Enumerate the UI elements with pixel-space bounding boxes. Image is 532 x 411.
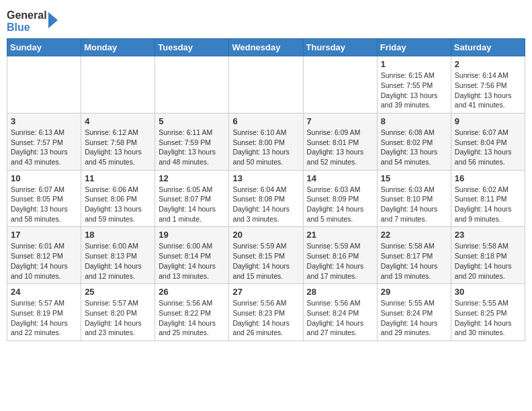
day-info: Sunrise: 6:08 AM Sunset: 8:02 PM Dayligh… [381, 128, 447, 167]
day-info: Sunrise: 5:58 AM Sunset: 8:17 PM Dayligh… [381, 241, 447, 281]
day-info: Sunrise: 5:56 AM Sunset: 8:22 PM Dayligh… [159, 298, 225, 338]
day-info: Sunrise: 6:09 AM Sunset: 8:01 PM Dayligh… [307, 128, 373, 167]
calendar-cell: 12Sunrise: 6:05 AM Sunset: 8:07 PM Dayli… [155, 170, 229, 227]
day-number: 1 [381, 59, 447, 69]
calendar-cell: 2Sunrise: 6:14 AM Sunset: 7:56 PM Daylig… [451, 56, 525, 113]
calendar-cell: 30Sunrise: 5:55 AM Sunset: 8:25 PM Dayli… [451, 284, 525, 341]
weekday-header-wednesday: Wednesday [229, 39, 303, 56]
calendar-cell: 22Sunrise: 5:58 AM Sunset: 8:17 PM Dayli… [377, 227, 451, 284]
calendar-cell [81, 56, 155, 113]
calendar-cell: 9Sunrise: 6:07 AM Sunset: 8:04 PM Daylig… [451, 113, 525, 170]
day-number: 24 [11, 287, 77, 297]
day-number: 30 [455, 287, 521, 297]
calendar-week-row: 24Sunrise: 5:57 AM Sunset: 8:19 PM Dayli… [7, 284, 525, 341]
day-number: 9 [455, 116, 521, 126]
day-info: Sunrise: 6:02 AM Sunset: 8:11 PM Dayligh… [455, 185, 521, 224]
day-number: 4 [85, 116, 151, 126]
calendar-cell: 29Sunrise: 5:55 AM Sunset: 8:24 PM Dayli… [377, 284, 451, 341]
calendar-cell: 7Sunrise: 6:09 AM Sunset: 8:01 PM Daylig… [303, 113, 377, 170]
calendar-cell: 26Sunrise: 5:56 AM Sunset: 8:22 PM Dayli… [155, 284, 229, 341]
weekday-header-friday: Friday [377, 39, 451, 56]
day-number: 20 [232, 230, 299, 240]
day-info: Sunrise: 5:59 AM Sunset: 8:16 PM Dayligh… [307, 241, 373, 281]
day-info: Sunrise: 6:13 AM Sunset: 7:57 PM Dayligh… [11, 128, 77, 167]
day-info: Sunrise: 6:03 AM Sunset: 8:09 PM Dayligh… [307, 185, 373, 224]
page-header: General Blue [7, 7, 525, 33]
day-info: Sunrise: 5:56 AM Sunset: 8:24 PM Dayligh… [307, 298, 373, 338]
weekday-header-tuesday: Tuesday [155, 39, 229, 56]
calendar-week-row: 10Sunrise: 6:07 AM Sunset: 8:05 PM Dayli… [7, 170, 525, 227]
day-number: 12 [159, 173, 225, 183]
day-info: Sunrise: 6:03 AM Sunset: 8:10 PM Dayligh… [381, 185, 447, 224]
calendar-week-row: 3Sunrise: 6:13 AM Sunset: 7:57 PM Daylig… [7, 113, 525, 170]
day-number: 7 [307, 116, 373, 126]
calendar-cell: 21Sunrise: 5:59 AM Sunset: 8:16 PM Dayli… [303, 227, 377, 284]
calendar-cell: 28Sunrise: 5:56 AM Sunset: 8:24 PM Dayli… [303, 284, 377, 341]
logo-text-wrap: General Blue [7, 9, 47, 33]
logo-lines: General Blue [7, 9, 58, 33]
day-info: Sunrise: 6:12 AM Sunset: 7:58 PM Dayligh… [85, 128, 151, 167]
calendar-cell: 25Sunrise: 5:57 AM Sunset: 8:20 PM Dayli… [81, 284, 155, 341]
day-number: 25 [85, 287, 151, 297]
day-number: 6 [232, 116, 299, 126]
day-info: Sunrise: 6:14 AM Sunset: 7:56 PM Dayligh… [455, 71, 521, 110]
day-number: 10 [11, 173, 77, 183]
calendar-cell: 27Sunrise: 5:56 AM Sunset: 8:23 PM Dayli… [229, 284, 303, 341]
day-number: 16 [455, 173, 521, 183]
day-number: 21 [307, 230, 373, 240]
day-number: 3 [11, 116, 77, 126]
day-info: Sunrise: 5:56 AM Sunset: 8:23 PM Dayligh… [232, 298, 299, 338]
day-info: Sunrise: 6:06 AM Sunset: 8:06 PM Dayligh… [85, 185, 151, 224]
day-info: Sunrise: 5:55 AM Sunset: 8:25 PM Dayligh… [455, 298, 521, 338]
day-number: 29 [381, 287, 447, 297]
day-number: 28 [307, 287, 373, 297]
logo-arrow-icon [48, 12, 58, 28]
day-number: 2 [455, 59, 521, 69]
calendar-cell: 5Sunrise: 6:11 AM Sunset: 7:59 PM Daylig… [155, 113, 229, 170]
calendar-table: SundayMondayTuesdayWednesdayThursdayFrid… [7, 38, 525, 341]
calendar-cell: 15Sunrise: 6:03 AM Sunset: 8:10 PM Dayli… [377, 170, 451, 227]
day-number: 5 [159, 116, 225, 126]
weekday-header-thursday: Thursday [303, 39, 377, 56]
calendar-cell: 24Sunrise: 5:57 AM Sunset: 8:19 PM Dayli… [7, 284, 81, 341]
calendar-cell: 13Sunrise: 6:04 AM Sunset: 8:08 PM Dayli… [229, 170, 303, 227]
day-info: Sunrise: 6:11 AM Sunset: 7:59 PM Dayligh… [159, 128, 225, 167]
calendar-cell [229, 56, 303, 113]
weekday-header-row: SundayMondayTuesdayWednesdayThursdayFrid… [7, 39, 525, 56]
calendar-cell: 1Sunrise: 6:15 AM Sunset: 7:55 PM Daylig… [377, 56, 451, 113]
calendar-cell [155, 56, 229, 113]
day-number: 11 [85, 173, 151, 183]
day-number: 18 [85, 230, 151, 240]
day-info: Sunrise: 5:58 AM Sunset: 8:18 PM Dayligh… [455, 241, 521, 281]
calendar-cell [7, 56, 81, 113]
day-info: Sunrise: 6:00 AM Sunset: 8:13 PM Dayligh… [85, 241, 151, 281]
day-number: 14 [307, 173, 373, 183]
day-number: 13 [232, 173, 299, 183]
calendar-cell: 14Sunrise: 6:03 AM Sunset: 8:09 PM Dayli… [303, 170, 377, 227]
day-info: Sunrise: 5:57 AM Sunset: 8:20 PM Dayligh… [85, 298, 151, 338]
day-info: Sunrise: 5:57 AM Sunset: 8:19 PM Dayligh… [11, 298, 77, 338]
calendar-week-row: 17Sunrise: 6:01 AM Sunset: 8:12 PM Dayli… [7, 227, 525, 284]
day-number: 26 [159, 287, 225, 297]
day-info: Sunrise: 6:01 AM Sunset: 8:12 PM Dayligh… [11, 241, 77, 281]
calendar-cell: 4Sunrise: 6:12 AM Sunset: 7:58 PM Daylig… [81, 113, 155, 170]
calendar-cell: 11Sunrise: 6:06 AM Sunset: 8:06 PM Dayli… [81, 170, 155, 227]
day-number: 27 [232, 287, 299, 297]
calendar-cell [303, 56, 377, 113]
day-number: 17 [11, 230, 77, 240]
day-info: Sunrise: 6:10 AM Sunset: 8:00 PM Dayligh… [232, 128, 299, 167]
day-info: Sunrise: 5:55 AM Sunset: 8:24 PM Dayligh… [381, 298, 447, 338]
calendar-cell: 17Sunrise: 6:01 AM Sunset: 8:12 PM Dayli… [7, 227, 81, 284]
calendar-cell: 8Sunrise: 6:08 AM Sunset: 8:02 PM Daylig… [377, 113, 451, 170]
day-info: Sunrise: 6:04 AM Sunset: 8:08 PM Dayligh… [232, 185, 299, 224]
logo-general-text: General [7, 9, 47, 21]
calendar-cell: 19Sunrise: 6:00 AM Sunset: 8:14 PM Dayli… [155, 227, 229, 284]
weekday-header-monday: Monday [81, 39, 155, 56]
day-info: Sunrise: 6:07 AM Sunset: 8:05 PM Dayligh… [11, 185, 77, 224]
weekday-header-sunday: Sunday [7, 39, 81, 56]
calendar-cell: 16Sunrise: 6:02 AM Sunset: 8:11 PM Dayli… [451, 170, 525, 227]
calendar-cell: 18Sunrise: 6:00 AM Sunset: 8:13 PM Dayli… [81, 227, 155, 284]
day-info: Sunrise: 6:15 AM Sunset: 7:55 PM Dayligh… [381, 71, 447, 110]
day-number: 23 [455, 230, 521, 240]
day-number: 19 [159, 230, 225, 240]
